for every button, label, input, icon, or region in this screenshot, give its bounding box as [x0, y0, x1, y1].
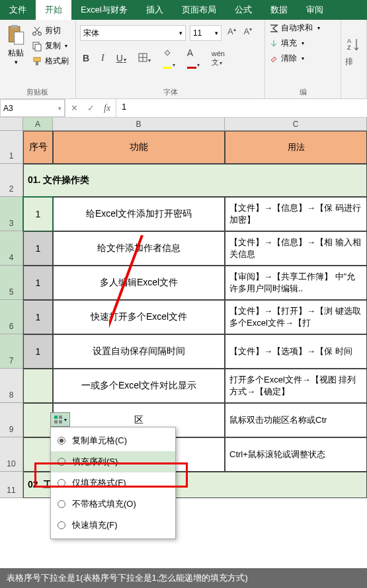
cell[interactable]: 一或多个Excel文件对比显示: [53, 369, 225, 403]
cell[interactable]: [23, 369, 53, 403]
autosum-label: 自动求和: [281, 22, 313, 34]
tab-file[interactable]: 文件: [0, 0, 36, 20]
autofill-menu: 复制单元格(C) 填充序列(S) 仅填充格式(F) 不带格式填充(O) 快速填充…: [50, 427, 176, 539]
autosum-button[interactable]: 自动求和▾: [269, 22, 337, 34]
underline-button[interactable]: U▾: [114, 52, 129, 65]
cell[interactable]: 设置自动保存间隔时间: [53, 334, 225, 369]
increase-font-button[interactable]: A▴: [225, 25, 238, 41]
formula-bar[interactable]: 1: [116, 99, 367, 117]
column-header-b[interactable]: B: [53, 118, 225, 130]
fill-down-icon: [269, 39, 278, 48]
row-header-5[interactable]: 5: [0, 266, 23, 300]
tab-layout[interactable]: 页面布局: [173, 0, 225, 20]
menu-copy-cells[interactable]: 复制单元格(C): [51, 430, 175, 451]
svg-rect-8: [36, 61, 38, 65]
decrease-font-button[interactable]: A▾: [242, 25, 255, 41]
cut-button[interactable]: 剪切: [32, 25, 69, 36]
cell-a3[interactable]: 1: [23, 197, 53, 231]
fx-button[interactable]: fx: [104, 103, 110, 114]
font-group-label: 字体: [76, 87, 265, 97]
cell[interactable]: 用法: [225, 131, 367, 164]
tab-review[interactable]: 审阅: [297, 0, 333, 20]
cancel-formula-button[interactable]: ✕: [71, 103, 78, 113]
menu-no-format[interactable]: 不带格式填充(O): [51, 494, 175, 515]
row-header-8[interactable]: 8: [0, 369, 23, 403]
menu-fill-series[interactable]: 填充序列(S): [51, 451, 175, 472]
row-header-1[interactable]: 1: [0, 131, 23, 164]
row-header-4[interactable]: 4: [0, 231, 23, 266]
cell[interactable]: 1: [23, 231, 53, 266]
cell[interactable]: 多人编辑Excel文件: [53, 266, 225, 300]
name-box[interactable]: A3▾: [0, 99, 65, 117]
column-header-c[interactable]: C: [225, 118, 367, 130]
cell[interactable]: 【审阅】→【共享工作簿】 中"允许多用户同时编辑..: [225, 266, 367, 300]
cell[interactable]: 1: [23, 266, 53, 300]
row-header-6[interactable]: 6: [0, 300, 23, 334]
pinyin-button[interactable]: wén文▾: [209, 48, 227, 69]
svg-rect-6: [35, 44, 41, 51]
copy-label: 复制: [45, 40, 61, 52]
cell[interactable]: [23, 403, 53, 437]
fill-color-button[interactable]: ▾: [160, 46, 178, 70]
autofill-icon: [54, 415, 63, 424]
cell[interactable]: 给文件添加作者信息: [53, 231, 225, 266]
paste-button[interactable]: 粘贴 ▾: [4, 22, 28, 96]
cell[interactable]: [23, 437, 53, 472]
cell[interactable]: 【文件】→【选项】→【保 时间: [225, 334, 367, 369]
svg-rect-17: [59, 420, 62, 423]
row-header-11[interactable]: 11: [0, 472, 23, 498]
row-header-9[interactable]: 9: [0, 403, 23, 437]
cell[interactable]: 【文件】→【信息】→【保 码进行加密】: [225, 197, 367, 231]
copy-icon: [32, 41, 42, 52]
clipboard-icon: [7, 24, 25, 46]
tab-home[interactable]: 开始: [36, 0, 71, 20]
caption-overlay: 表格序号下拉全是1(表格序号下拉全是1,怎么能递增的填充方式): [0, 568, 367, 588]
menu-fill-format[interactable]: 仅填充格式(F): [51, 472, 175, 494]
cut-label: 剪切: [45, 25, 61, 36]
tab-formula[interactable]: 公式: [225, 0, 261, 20]
cell[interactable]: 功能: [53, 131, 225, 164]
menu-quick-fill[interactable]: 快速填充(F): [51, 515, 175, 536]
font-color-button[interactable]: A▾: [184, 46, 202, 70]
font-size-select[interactable]: 11▾: [190, 25, 222, 41]
tab-insert[interactable]: 插入: [137, 0, 173, 20]
copy-button[interactable]: 复制▾: [32, 40, 69, 52]
format-painter-button[interactable]: 格式刷: [32, 55, 69, 67]
svg-rect-1: [11, 25, 17, 28]
italic-button[interactable]: I: [99, 52, 107, 65]
select-all-corner[interactable]: [0, 118, 23, 130]
svg-point-3: [33, 32, 36, 35]
font-name-select[interactable]: 宋体▾: [80, 25, 186, 41]
svg-text:Z: Z: [347, 44, 351, 51]
row-header-7[interactable]: 7: [0, 334, 23, 369]
bold-button[interactable]: B: [80, 52, 92, 65]
row-header-3[interactable]: 3: [0, 197, 23, 231]
ribbon-tabs: 文件 开始 Excel与财务 插入 页面布局 公式 数据 审阅: [0, 0, 367, 20]
formula-bar-row: A3▾ ✕ ✓ fx 1: [0, 99, 367, 118]
cell[interactable]: 【文件】→【打开】→【浏 键选取多个Excel文件→【打: [225, 300, 367, 334]
clear-button[interactable]: 清除▾: [269, 53, 337, 64]
tab-excel-finance[interactable]: Excel与财务: [71, 0, 137, 20]
tab-data[interactable]: 数据: [261, 0, 297, 20]
row-header-2[interactable]: 2: [0, 164, 23, 197]
cell[interactable]: 快速打开多个Excel文件: [53, 300, 225, 334]
autofill-options-button[interactable]: ▾: [50, 412, 70, 427]
svg-rect-7: [34, 57, 40, 61]
border-icon: [138, 53, 147, 62]
cell[interactable]: 1: [23, 334, 53, 369]
border-button[interactable]: ▾: [136, 52, 153, 65]
cell[interactable]: 打开多个Excel文件→【视图 排列方式→【确定】: [225, 369, 367, 403]
fill-button[interactable]: 填充▾: [269, 38, 337, 49]
column-header-a[interactable]: A: [23, 118, 53, 130]
sort-icon[interactable]: AZ: [345, 36, 362, 54]
enter-formula-button[interactable]: ✓: [87, 103, 95, 113]
cell[interactable]: 鼠标双击功能区名称或Ctr: [225, 403, 367, 437]
cell[interactable]: 序号: [23, 131, 53, 164]
cell[interactable]: Ctrl+鼠标滚轮或调整状态: [225, 437, 367, 472]
cell[interactable]: 【文件】→【信息】→【相 输入相关信息: [225, 231, 367, 266]
brush-icon: [32, 56, 42, 67]
cell[interactable]: 1: [23, 300, 53, 334]
cell[interactable]: 给Excel文件添加打开密码: [53, 197, 225, 231]
section-cell[interactable]: 01. 文件操作类: [23, 164, 367, 197]
row-header-10[interactable]: 10: [0, 437, 23, 472]
